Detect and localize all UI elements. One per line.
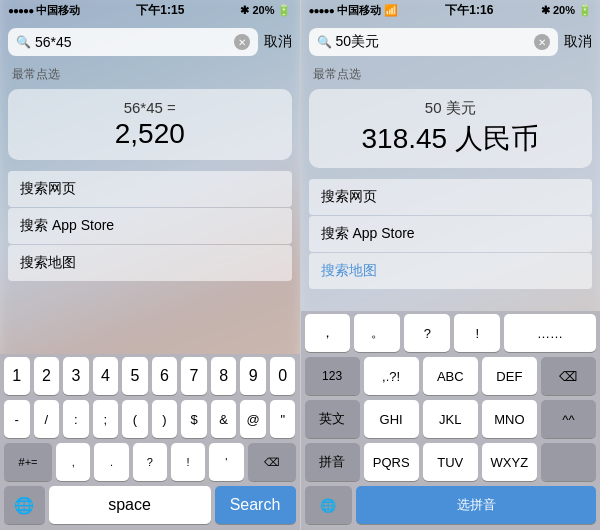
key-amp[interactable]: & [211,400,237,438]
result-card-left: 56*45 = 2,520 [8,89,292,160]
search-input-wrap-right[interactable]: 🔍 50美元 ✕ [309,28,559,56]
time-left: 下午1:15 [136,2,184,19]
search-value-left: 56*45 [35,34,230,50]
clear-button-right[interactable]: ✕ [534,34,550,50]
key-9[interactable]: 9 [240,357,266,395]
globe-key-right[interactable]: 🌐 [305,486,353,524]
cn-key-mno[interactable]: MNO [482,400,537,438]
suggestion-item[interactable]: 搜索网页 [8,171,292,207]
right-panel: ●●●●● 中国移动 📶 下午1:16 ✱ 20% 🔋 🔍 50美元 ✕ 取消 … [301,0,601,530]
key-at[interactable]: @ [240,400,266,438]
key-5[interactable]: 5 [122,357,148,395]
keyboard-bottom-row: 🌐 space Search [0,483,300,530]
carrier-right: 中国移动 [337,3,381,18]
equation-right: 50 美元 [321,99,581,118]
cn-punctuation-row: ， 。 ? ! …… [301,311,601,354]
key-3[interactable]: 3 [63,357,89,395]
space-key-left[interactable]: space [49,486,211,524]
cn-key-comma[interactable]: ， [305,314,351,352]
backspace-key-right[interactable]: ⌫ [541,357,596,395]
battery-icon-right: 🔋 [578,4,592,17]
cancel-button-right[interactable]: 取消 [564,33,592,51]
cn-key-abc[interactable]: ABC [423,357,478,395]
key-2[interactable]: 2 [34,357,60,395]
cn-key-exclaim[interactable]: ! [454,314,500,352]
time-right: 下午1:16 [445,2,493,19]
key-dash[interactable]: - [4,400,30,438]
carrier-left: 中国移动 [36,3,80,18]
search-value-right: 50美元 [336,33,531,51]
status-bar-right: ●●●●● 中国移动 📶 下午1:16 ✱ 20% 🔋 [301,0,601,20]
cn-key-period[interactable]: 。 [354,314,400,352]
cn-key-pinyin[interactable]: 拼音 [305,443,360,481]
backspace-key-left[interactable]: ⌫ [248,443,296,481]
search-bar-right: 🔍 50美元 ✕ 取消 [309,24,593,60]
key-semicolon[interactable]: ; [93,400,119,438]
key-8[interactable]: 8 [211,357,237,395]
key-apostrophe[interactable]: ' [209,443,243,481]
select-pinyin-key[interactable]: 选拼音 [356,486,596,524]
suggestion-item-appstore[interactable]: 搜索 App Store [309,216,593,252]
cn-key-pqrs[interactable]: PQRS [364,443,419,481]
key-lparen[interactable]: ( [122,400,148,438]
key-6[interactable]: 6 [152,357,178,395]
signal-icon: ●●●●● [8,5,33,16]
cn-key-caret[interactable]: ^^ [541,400,596,438]
suggestion-list-right: 搜索网页 搜索 App Store 搜索地图 [301,178,601,290]
suggestion-item[interactable]: 搜索 App Store [8,208,292,244]
cn-key-question[interactable]: ? [404,314,450,352]
cn-key-english[interactable]: 英文 [305,400,360,438]
cn-key-wxyz[interactable]: WXYZ [482,443,537,481]
result-value-left: 2,520 [20,118,280,150]
left-panel: ●●●●● 中国移动 下午1:15 ✱ 20% 🔋 🔍 56*45 ✕ 取消 最… [0,0,300,530]
suggestion-list-left: 搜索网页 搜索 App Store 搜索地图 [0,170,300,282]
globe-key-left[interactable]: 🌐 [4,486,45,524]
key-dollar[interactable]: $ [181,400,207,438]
key-question[interactable]: ? [133,443,167,481]
status-bar-left: ●●●●● 中国移动 下午1:15 ✱ 20% 🔋 [0,0,300,20]
cn-bottom-row: 🌐 选拼音 [301,483,601,530]
keyboard-right: ， 。 ? ! …… 123 ,.?! ABC DEF ⌫ 英文 GHI JKL… [301,311,601,530]
cn-row2: 英文 GHI JKL MNO ^^ [301,397,601,440]
wifi-icon-right: 📶 [384,4,398,17]
search-icon-right: 🔍 [317,35,332,49]
clear-button-left[interactable]: ✕ [234,34,250,50]
cn-key-def[interactable]: DEF [482,357,537,395]
key-slash[interactable]: / [34,400,60,438]
search-bar-left: 🔍 56*45 ✕ 取消 [8,24,292,60]
cn-key-jkl[interactable]: JKL [423,400,478,438]
bluetooth-icon-right: ✱ [541,4,550,17]
result-value-right: 318.45 人民币 [321,120,581,158]
cn-key-123[interactable]: 123 [305,357,360,395]
key-1[interactable]: 1 [4,357,30,395]
battery-icon-left: 🔋 [277,4,291,17]
cn-key-ellipsis[interactable]: …… [504,314,596,352]
key-exclaim[interactable]: ! [171,443,205,481]
key-7[interactable]: 7 [181,357,207,395]
search-input-wrap-left[interactable]: 🔍 56*45 ✕ [8,28,258,56]
key-0[interactable]: 0 [270,357,296,395]
key-hashplus[interactable]: #+= [4,443,52,481]
key-4[interactable]: 4 [93,357,119,395]
key-quote[interactable]: " [270,400,296,438]
keyboard-left: 1 2 3 4 5 6 7 8 9 0 - / : ; ( ) $ & [0,354,300,530]
equation-left: 56*45 = [20,99,280,116]
cn-key-punc[interactable]: ,.?! [364,357,419,395]
cn-key-tuv[interactable]: TUV [423,443,478,481]
cancel-button-left[interactable]: 取消 [264,33,292,51]
key-period[interactable]: . [94,443,128,481]
battery-right: 20% [553,4,575,16]
keyboard-row-numbers: 1 2 3 4 5 6 7 8 9 0 [0,354,300,397]
panel-divider [300,0,301,530]
key-rparen[interactable]: ) [152,400,178,438]
cn-key-ghi[interactable]: GHI [364,400,419,438]
suggestion-item[interactable]: 搜索地图 [8,245,292,281]
cn-row1: 123 ,.?! ABC DEF ⌫ [301,354,601,397]
search-button-left[interactable]: Search [215,486,296,524]
key-comma[interactable]: , [56,443,90,481]
battery-left: 20% [252,4,274,16]
key-colon[interactable]: : [63,400,89,438]
suggestion-item-web[interactable]: 搜索网页 [309,179,593,215]
result-card-right: 50 美元 318.45 人民币 [309,89,593,168]
suggestion-item-maps[interactable]: 搜索地图 [309,253,593,289]
